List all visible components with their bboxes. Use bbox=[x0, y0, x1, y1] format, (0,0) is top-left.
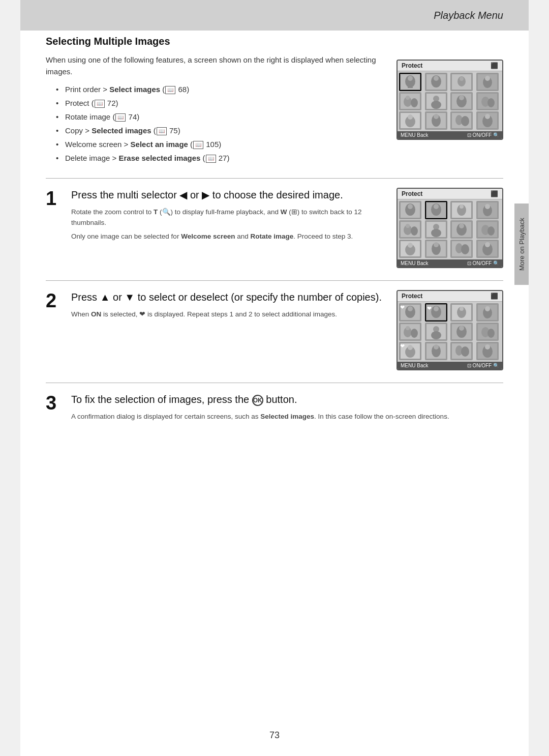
divider-1 bbox=[46, 178, 503, 179]
thumb bbox=[450, 92, 473, 110]
thumb bbox=[425, 240, 447, 258]
page-number: 73 bbox=[269, 730, 280, 741]
svg-point-108 bbox=[461, 346, 469, 357]
thumb bbox=[425, 92, 447, 110]
thumb bbox=[450, 73, 473, 91]
svg-point-77 bbox=[408, 306, 413, 311]
thumb bbox=[476, 73, 499, 91]
svg-point-12 bbox=[485, 76, 490, 81]
svg-point-31 bbox=[434, 114, 439, 119]
step-2-content: Press ▲ or ▼ to select or deselect (or s… bbox=[71, 290, 386, 323]
thumb bbox=[476, 220, 499, 239]
svg-point-102 bbox=[408, 345, 413, 350]
list-item: Rotate image (📖 74) bbox=[56, 110, 384, 124]
svg-point-56 bbox=[431, 229, 441, 237]
thumb bbox=[399, 73, 421, 91]
camera-screen-1: Protect ⬛ bbox=[396, 60, 503, 143]
step-number-3: 3 bbox=[46, 393, 65, 413]
thumb bbox=[476, 240, 499, 258]
svg-point-62 bbox=[487, 226, 495, 236]
thumb bbox=[450, 201, 473, 219]
thumb: ❤ bbox=[399, 303, 421, 322]
svg-point-65 bbox=[408, 243, 413, 248]
thumb bbox=[425, 201, 447, 219]
main-content: Selecting Multiple Images When using one… bbox=[46, 36, 503, 725]
screen-label-3: Protect bbox=[402, 293, 422, 300]
thumb bbox=[399, 92, 421, 110]
step-3: 3 To fix the selection of images, press … bbox=[46, 392, 503, 425]
ok-button-icon: OK bbox=[252, 395, 263, 406]
thumb bbox=[450, 323, 473, 341]
svg-point-111 bbox=[485, 344, 490, 350]
thumb bbox=[476, 111, 499, 130]
list-item: Protect (📖 72) bbox=[56, 96, 384, 110]
thumb bbox=[476, 342, 499, 360]
svg-point-19 bbox=[431, 101, 441, 109]
step-number-1: 1 bbox=[46, 189, 65, 208]
page: Playback Menu More on Playback 73 Select… bbox=[20, 0, 529, 756]
thumb bbox=[399, 323, 421, 341]
step-2: 2 Press ▲ or ▼ to select or deselect (or… bbox=[46, 290, 503, 373]
svg-point-46 bbox=[460, 205, 464, 209]
svg-point-80 bbox=[434, 306, 439, 311]
svg-point-99 bbox=[487, 329, 495, 338]
list-item: Print order > Select images (📖 68) bbox=[56, 82, 384, 96]
step-2-main: Press ▲ or ▼ to select or deselect (or s… bbox=[71, 290, 386, 304]
thumb bbox=[450, 111, 473, 130]
thumb bbox=[450, 303, 473, 322]
svg-point-28 bbox=[408, 114, 413, 120]
divider-2 bbox=[46, 280, 503, 281]
svg-point-25 bbox=[487, 98, 495, 107]
header-title: Playback Menu bbox=[434, 10, 503, 21]
thumb bbox=[425, 111, 447, 130]
thumb bbox=[476, 323, 499, 341]
svg-point-68 bbox=[434, 242, 439, 247]
svg-point-53 bbox=[411, 226, 418, 236]
section-heading: Selecting Multiple Images bbox=[46, 36, 503, 47]
svg-point-59 bbox=[459, 223, 464, 228]
thumb bbox=[399, 220, 421, 239]
intro-text: When using one of the following features… bbox=[46, 54, 384, 77]
thumb bbox=[476, 201, 499, 219]
step-1: 1 Press the multi selector ◀ or ▶ to cho… bbox=[46, 188, 503, 271]
svg-point-86 bbox=[485, 306, 490, 311]
camera-screen-2: Protect ⬛ bbox=[396, 188, 503, 271]
thumb bbox=[450, 220, 473, 239]
step-2-left: 2 Press ▲ or ▼ to select or deselect (or… bbox=[46, 290, 386, 328]
thumb: ❤ bbox=[399, 342, 421, 360]
list-item: Delete image > Erase selected images (📖 … bbox=[56, 151, 384, 165]
svg-point-37 bbox=[485, 114, 490, 119]
camera-screen-3: Protect ⬛ ❤ ❤ bbox=[396, 290, 503, 373]
svg-point-6 bbox=[434, 76, 439, 81]
bullet-list: Print order > Select images (📖 68) Prote… bbox=[56, 82, 384, 165]
screen-footer-1: MENU Back ⊡ ON/OFF 🔍 bbox=[398, 131, 502, 139]
step-1-sub-2: Only one image can be selected for Welco… bbox=[71, 231, 386, 242]
svg-point-96 bbox=[459, 326, 464, 331]
thumb bbox=[425, 342, 447, 360]
step-1-left: 1 Press the multi selector ◀ or ▶ to cho… bbox=[46, 188, 386, 250]
side-tab-label: More on Playback bbox=[518, 218, 526, 271]
svg-point-105 bbox=[434, 344, 439, 350]
step-number-2: 2 bbox=[46, 291, 65, 310]
page-header: Playback Menu bbox=[20, 0, 529, 31]
side-tab: More on Playback bbox=[514, 203, 529, 285]
svg-point-2 bbox=[408, 76, 413, 81]
svg-point-9 bbox=[460, 77, 464, 81]
step-1-main: Press the multi selector ◀ or ▶ to choos… bbox=[71, 188, 386, 202]
thumb bbox=[450, 240, 473, 258]
thumb bbox=[399, 240, 421, 258]
svg-point-52 bbox=[406, 224, 410, 228]
step-1-sub-1: Rotate the zoom control to T (🔍) to disp… bbox=[71, 207, 386, 228]
divider-3 bbox=[46, 383, 503, 383]
step-3-sub: A confirmation dialog is displayed for c… bbox=[71, 412, 503, 422]
thumb: ❤ bbox=[425, 303, 447, 322]
svg-point-34 bbox=[461, 116, 469, 126]
screen-footer-2: MENU Back ⊡ ON/OFF 🔍 bbox=[398, 259, 502, 267]
thumb bbox=[425, 323, 447, 341]
svg-point-83 bbox=[460, 307, 464, 311]
svg-point-71 bbox=[461, 244, 469, 254]
thumb bbox=[399, 111, 421, 130]
step-2-sub: When ON is selected, ❤ is displayed. Rep… bbox=[71, 309, 386, 320]
svg-point-89 bbox=[406, 326, 410, 330]
step-1-content: Press the multi selector ◀ or ▶ to choos… bbox=[71, 188, 386, 245]
